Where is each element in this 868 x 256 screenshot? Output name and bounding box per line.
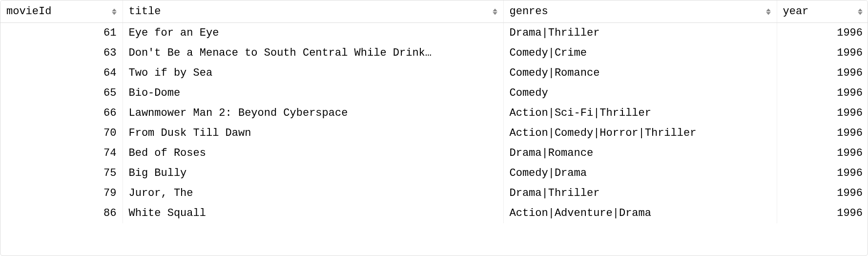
- table-cell-movieId: 64: [0, 63, 123, 83]
- table-header-row: movieId title genres: [0, 0, 868, 23]
- table-cell-title: Bed of Roses: [123, 143, 503, 163]
- table-cell-year: 1996: [777, 43, 868, 63]
- table-cell-year: 1996: [777, 123, 868, 143]
- table-cell-year: 1996: [777, 103, 868, 123]
- column-header-genres[interactable]: genres: [503, 0, 777, 23]
- table-cell-year: 1996: [777, 83, 868, 103]
- table-cell-year: 1996: [777, 23, 868, 43]
- sort-icon[interactable]: [493, 8, 497, 15]
- table-row[interactable]: 63Don't Be a Menace to South Central Whi…: [0, 43, 868, 63]
- table-cell-genres: Comedy|Drama: [503, 163, 777, 183]
- table-cell-genres: Drama|Romance: [503, 143, 777, 163]
- table-cell-movieId: 66: [0, 103, 123, 123]
- table-cell-movieId: 75: [0, 163, 123, 183]
- table-cell-title: Don't Be a Menace to South Central While…: [123, 43, 503, 63]
- table-row[interactable]: 74Bed of RosesDrama|Romance1996: [0, 143, 868, 163]
- table-row[interactable]: 86White SquallAction|Adventure|Drama1996: [0, 203, 868, 223]
- table-cell-genres: Drama|Thriller: [503, 23, 777, 43]
- table-cell-title: Juror, The: [123, 183, 503, 203]
- table-cell-genres: Comedy|Crime: [503, 43, 777, 63]
- table-cell-year: 1996: [777, 143, 868, 163]
- table-cell-genres: Drama|Thriller: [503, 183, 777, 203]
- table-cell-title: From Dusk Till Dawn: [123, 123, 503, 143]
- table-row[interactable]: 64Two if by SeaComedy|Romance1996: [0, 63, 868, 83]
- table-cell-movieId: 65: [0, 83, 123, 103]
- table-cell-genres: Action|Sci-Fi|Thriller: [503, 103, 777, 123]
- column-header-label: year: [783, 5, 809, 18]
- table-row[interactable]: 61Eye for an EyeDrama|Thriller1996: [0, 23, 868, 43]
- table-cell-title: Eye for an Eye: [123, 23, 503, 43]
- table-row[interactable]: 79Juror, TheDrama|Thriller1996: [0, 183, 868, 203]
- table-cell-title: Lawnmower Man 2: Beyond Cyberspace: [123, 103, 503, 123]
- table-cell-movieId: 79: [0, 183, 123, 203]
- column-header-label: title: [129, 5, 161, 18]
- table-cell-genres: Comedy|Romance: [503, 63, 777, 83]
- column-header-movieid[interactable]: movieId: [0, 0, 123, 23]
- column-header-label: genres: [510, 5, 548, 18]
- table-row[interactable]: 65Bio-DomeComedy1996: [0, 83, 868, 103]
- table-cell-movieId: 63: [0, 43, 123, 63]
- table-cell-title: Bio-Dome: [123, 83, 503, 103]
- column-header-year[interactable]: year: [777, 0, 868, 23]
- table-cell-genres: Action|Comedy|Horror|Thriller: [503, 123, 777, 143]
- sort-icon[interactable]: [766, 8, 771, 15]
- table-row[interactable]: 66Lawnmower Man 2: Beyond CyberspaceActi…: [0, 103, 868, 123]
- data-table-container: movieId title genres: [0, 0, 868, 256]
- table-cell-genres: Comedy: [503, 83, 777, 103]
- table-cell-movieId: 70: [0, 123, 123, 143]
- column-header-title[interactable]: title: [123, 0, 503, 23]
- table-cell-title: Two if by Sea: [123, 63, 503, 83]
- data-table: movieId title genres: [0, 0, 868, 223]
- table-cell-year: 1996: [777, 163, 868, 183]
- table-cell-genres: Action|Adventure|Drama: [503, 203, 777, 223]
- table-cell-year: 1996: [777, 63, 868, 83]
- table-cell-title: White Squall: [123, 203, 503, 223]
- table-cell-movieId: 86: [0, 203, 123, 223]
- column-header-label: movieId: [6, 5, 51, 18]
- table-cell-year: 1996: [777, 203, 868, 223]
- table-cell-movieId: 61: [0, 23, 123, 43]
- sort-icon[interactable]: [112, 8, 117, 15]
- table-cell-title: Big Bully: [123, 163, 503, 183]
- table-cell-movieId: 74: [0, 143, 123, 163]
- sort-icon[interactable]: [858, 8, 863, 15]
- table-cell-year: 1996: [777, 183, 868, 203]
- table-body: 61Eye for an EyeDrama|Thriller199663Don'…: [0, 23, 868, 224]
- table-row[interactable]: 70From Dusk Till DawnAction|Comedy|Horro…: [0, 123, 868, 143]
- table-row[interactable]: 75Big BullyComedy|Drama1996: [0, 163, 868, 183]
